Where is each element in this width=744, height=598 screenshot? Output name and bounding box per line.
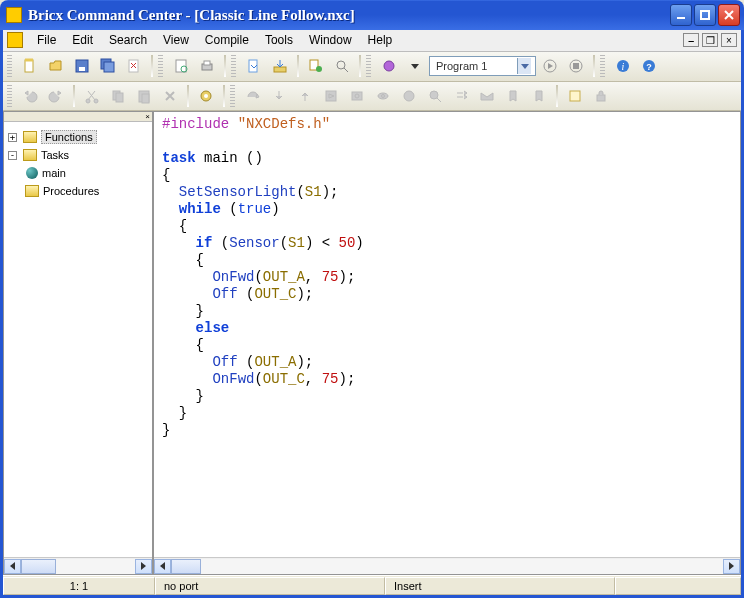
lock-button[interactable] bbox=[589, 84, 613, 108]
svg-rect-2 bbox=[25, 60, 33, 72]
svg-point-32 bbox=[204, 94, 208, 98]
toolbar-primary: Program 1 i ? bbox=[3, 52, 741, 82]
step-over-button[interactable] bbox=[241, 84, 265, 108]
svg-point-38 bbox=[404, 91, 414, 101]
watch-button[interactable] bbox=[371, 84, 395, 108]
preferences-button[interactable] bbox=[194, 84, 218, 108]
menu-bar: File Edit Search View Compile Tools Wind… bbox=[3, 30, 741, 52]
scroll-left-button[interactable] bbox=[4, 559, 21, 574]
program-select[interactable]: Program 1 bbox=[429, 56, 536, 76]
save-all-button[interactable] bbox=[96, 54, 120, 78]
scroll-thumb[interactable] bbox=[171, 559, 201, 574]
close-file-button[interactable] bbox=[122, 54, 146, 78]
redo-button[interactable] bbox=[44, 84, 68, 108]
dropdown-arrow-button[interactable] bbox=[403, 54, 427, 78]
save-button[interactable] bbox=[70, 54, 94, 78]
menu-help[interactable]: Help bbox=[360, 31, 401, 49]
svg-rect-41 bbox=[597, 95, 605, 101]
sidebar-header[interactable]: × bbox=[4, 112, 152, 122]
download-button[interactable] bbox=[268, 54, 292, 78]
notes-button[interactable] bbox=[563, 84, 587, 108]
toolbar-grip[interactable] bbox=[231, 55, 236, 77]
toolbar-grip[interactable] bbox=[600, 55, 605, 77]
new-file-button[interactable] bbox=[18, 54, 42, 78]
toolbar-grip[interactable] bbox=[158, 55, 163, 77]
minimize-button[interactable] bbox=[670, 4, 692, 26]
cut-button[interactable] bbox=[80, 84, 104, 108]
work-area: × + Functions - Tasks main Procedures bbox=[3, 111, 741, 575]
scroll-track[interactable] bbox=[21, 559, 135, 574]
step-out-button[interactable] bbox=[293, 84, 317, 108]
close-button[interactable] bbox=[718, 4, 740, 26]
toolbar-grip[interactable] bbox=[366, 55, 371, 77]
code-editor[interactable]: #include "NXCDefs.h" task main () { SetS… bbox=[153, 111, 741, 575]
mdi-minimize-button[interactable]: ‒ bbox=[683, 33, 699, 47]
menu-tools[interactable]: Tools bbox=[257, 31, 301, 49]
maximize-button[interactable] bbox=[694, 4, 716, 26]
svg-point-17 bbox=[384, 61, 394, 71]
open-file-button[interactable] bbox=[44, 54, 68, 78]
program-select-label: Program 1 bbox=[436, 60, 487, 72]
scroll-left-button[interactable] bbox=[154, 559, 171, 574]
editor-hscrollbar[interactable] bbox=[154, 557, 740, 574]
mdi-restore-button[interactable]: ❐ bbox=[702, 33, 718, 47]
tree-node-functions[interactable]: + Functions bbox=[8, 128, 150, 146]
menu-file[interactable]: File bbox=[29, 31, 64, 49]
mdi-close-button[interactable]: × bbox=[721, 33, 737, 47]
undo-button[interactable] bbox=[18, 84, 42, 108]
tree-node-procedures[interactable]: Procedures bbox=[8, 182, 150, 200]
tree-node-label: Tasks bbox=[41, 149, 69, 161]
sidebar-hscrollbar[interactable] bbox=[4, 557, 152, 574]
print-preview-button[interactable] bbox=[169, 54, 193, 78]
expand-icon[interactable]: + bbox=[8, 133, 17, 142]
tree-node-tasks[interactable]: - Tasks bbox=[8, 146, 150, 164]
toolbar-secondary bbox=[3, 82, 741, 112]
breakpoint-button[interactable] bbox=[345, 84, 369, 108]
copy-button[interactable] bbox=[106, 84, 130, 108]
find-brick-button[interactable] bbox=[330, 54, 354, 78]
code-content[interactable]: #include "NXCDefs.h" task main () { SetS… bbox=[154, 112, 740, 557]
run-button[interactable] bbox=[538, 54, 562, 78]
help-button[interactable]: ? bbox=[637, 54, 661, 78]
download-run-button[interactable] bbox=[304, 54, 328, 78]
toolbar-grip[interactable] bbox=[7, 55, 12, 77]
info-button[interactable]: i bbox=[611, 54, 635, 78]
svg-rect-0 bbox=[677, 17, 685, 19]
motors-button[interactable] bbox=[377, 54, 401, 78]
scroll-right-button[interactable] bbox=[135, 559, 152, 574]
replace-button[interactable] bbox=[449, 84, 473, 108]
menu-compile[interactable]: Compile bbox=[197, 31, 257, 49]
prev-bookmark-button[interactable] bbox=[527, 84, 551, 108]
svg-text:i: i bbox=[622, 61, 625, 72]
svg-rect-20 bbox=[573, 63, 579, 69]
next-bookmark-button[interactable] bbox=[501, 84, 525, 108]
step-into-button[interactable] bbox=[267, 84, 291, 108]
status-cursor-position: 1: 1 bbox=[3, 577, 155, 595]
toggle-breakpoint-button[interactable] bbox=[397, 84, 421, 108]
toolbar-grip[interactable] bbox=[230, 85, 235, 107]
compile-button[interactable] bbox=[242, 54, 266, 78]
svg-point-16 bbox=[337, 61, 345, 69]
tree-node-main[interactable]: main bbox=[8, 164, 150, 182]
message-button[interactable] bbox=[475, 84, 499, 108]
scroll-thumb[interactable] bbox=[21, 559, 56, 574]
scroll-track[interactable] bbox=[171, 559, 723, 574]
code-tree[interactable]: + Functions - Tasks main Procedures bbox=[4, 122, 152, 557]
collapse-icon[interactable]: - bbox=[8, 151, 17, 160]
menu-view[interactable]: View bbox=[155, 31, 197, 49]
delete-button[interactable] bbox=[158, 84, 182, 108]
close-panel-icon[interactable]: × bbox=[145, 112, 150, 121]
stop-button[interactable] bbox=[564, 54, 588, 78]
svg-point-15 bbox=[316, 66, 322, 72]
print-button[interactable] bbox=[195, 54, 219, 78]
find-button[interactable] bbox=[423, 84, 447, 108]
svg-point-35 bbox=[355, 94, 359, 98]
menu-window[interactable]: Window bbox=[301, 31, 360, 49]
toolbar-grip[interactable] bbox=[7, 85, 12, 107]
run-to-cursor-button[interactable] bbox=[319, 84, 343, 108]
menu-edit[interactable]: Edit bbox=[64, 31, 101, 49]
menu-search[interactable]: Search bbox=[101, 31, 155, 49]
scroll-right-button[interactable] bbox=[723, 559, 740, 574]
svg-rect-4 bbox=[79, 67, 85, 71]
paste-button[interactable] bbox=[132, 84, 156, 108]
